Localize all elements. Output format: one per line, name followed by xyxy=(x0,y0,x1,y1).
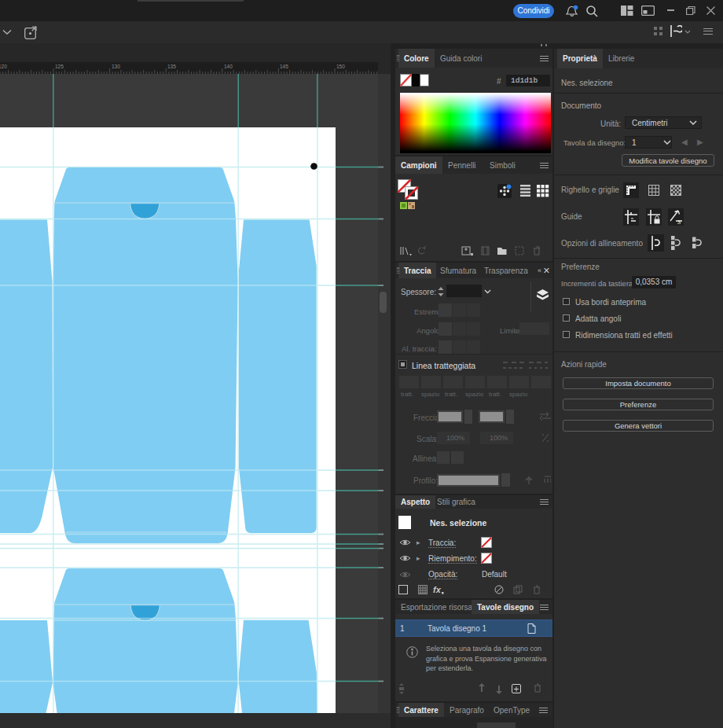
svg-text:135: 135 xyxy=(167,64,176,69)
svg-text:145: 145 xyxy=(280,64,288,69)
svg-text:fx: fx xyxy=(433,585,442,594)
svg-text:125: 125 xyxy=(55,64,64,69)
svg-text:140: 140 xyxy=(224,64,233,69)
svg-text:s: s xyxy=(677,218,681,226)
svg-text:130: 130 xyxy=(112,64,120,69)
svg-text:120: 120 xyxy=(0,64,7,69)
svg-text:150: 150 xyxy=(336,64,345,69)
